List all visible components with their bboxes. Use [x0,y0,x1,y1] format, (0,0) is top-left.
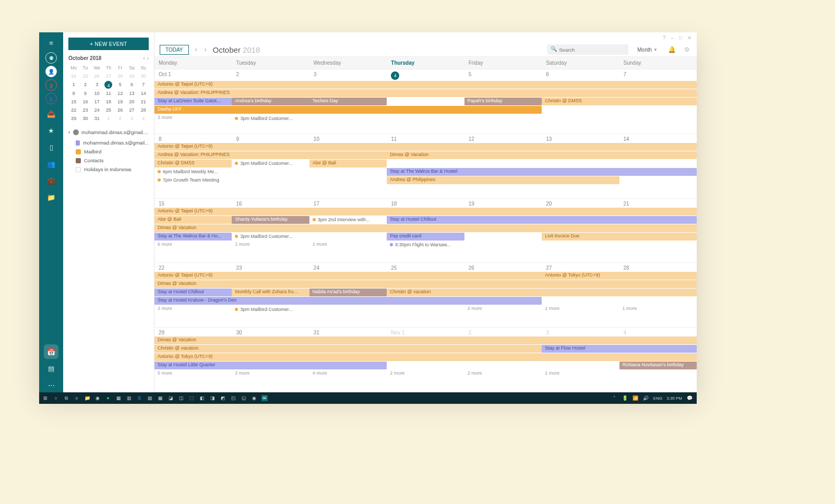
calendar-event[interactable]: Techies Day [309,98,387,105]
spotify-icon[interactable]: ● [105,395,111,401]
inbox-icon[interactable]: 📥 [44,106,58,121]
date-cell[interactable]: 3 [309,69,387,81]
app11-icon[interactable]: ◩ [220,395,226,401]
date-cell[interactable]: 8 [154,134,232,143]
calendar-event[interactable]: Antonio @ Tokyo (UTC+9) [542,272,697,280]
date-cell[interactable]: Oct 1 [154,69,232,81]
more-events-link[interactable]: 1 more [232,241,309,249]
mini-day[interactable]: 4 [138,115,149,122]
date-cell[interactable]: Nov 1 [387,328,464,337]
calendar-event[interactable]: Dimas @ Vacation [154,337,697,344]
date-cell[interactable]: 18 [387,199,464,208]
calendar-event[interactable]: Dimas @ Vacation [387,151,697,159]
mini-day[interactable]: 13 [126,90,137,97]
date-cell[interactable]: 4 [387,69,464,81]
mini-day[interactable]: 28 [115,73,125,80]
calendar-event[interactable]: Andrea @ Vacation: PHILIPPINES [154,151,387,159]
mini-day[interactable]: 31 [92,115,102,122]
date-cell[interactable]: 19 [464,199,542,208]
calendar-event[interactable]: Monthly Call with Zohara fro... [232,289,309,296]
edge-icon[interactable]: e [74,395,80,401]
calendar-event[interactable]: Antonio @ Taipei (UTC+8) [154,208,697,215]
more-icon[interactable]: ⋯ [44,378,58,392]
mini-day[interactable]: 22 [68,106,79,114]
explorer-icon[interactable]: 📁 [84,395,90,401]
gear-icon[interactable]: ⚙ [683,46,691,53]
more-events-link[interactable]: 1 more [542,305,619,313]
start-icon[interactable]: ⊞ [42,395,49,401]
mini-day[interactable]: 18 [103,98,114,105]
app12-icon[interactable]: ◰ [230,395,236,401]
date-cell[interactable]: 27 [542,263,619,272]
mini-day[interactable]: 26 [92,73,102,80]
tray-volume-icon[interactable]: 🔊 [643,395,649,401]
mini-day[interactable]: 10 [92,90,102,97]
date-cell[interactable]: 22 [154,263,232,272]
date-cell[interactable]: 30 [232,328,309,337]
calendar-event[interactable]: Andrea @ Philippines [387,176,619,184]
mini-day[interactable]: 7 [138,81,149,89]
date-cell[interactable]: 15 [154,199,232,208]
date-cell[interactable]: 13 [542,134,619,143]
calendar-event[interactable]: Stay at The Walrus Bar & Hostel [387,168,697,176]
google-purple-icon[interactable]: g [45,93,57,104]
calendar-event[interactable]: Christin @ DMSS [542,98,697,105]
calendar-event[interactable]: 3pm Mailbird Customer... [232,160,309,167]
mini-day[interactable]: 12 [115,90,125,97]
mini-day[interactable]: 21 [138,98,149,105]
date-cell[interactable]: 9 [232,134,309,143]
calendar-event[interactable]: 7pm Growth Team Meeting [154,176,232,184]
cortana-icon[interactable]: ○ [53,395,59,401]
date-cell[interactable]: 26 [464,263,542,272]
hamburger-icon[interactable]: ≡ [44,35,58,50]
more-events-link[interactable]: 1 more [542,370,619,378]
app10-icon[interactable]: ◨ [209,395,216,401]
calendar-event[interactable]: Shanty Yuliana's birthday [232,216,309,224]
calendar-event[interactable]: Pay credit card [387,233,464,241]
close-icon[interactable]: ✕ [687,35,691,41]
mini-next-icon[interactable]: › [147,55,149,61]
calendar-event[interactable]: Antonio @ Taipei (UTC+8) [154,272,542,280]
calendar-event[interactable]: Stay at LaGreen Suite Gatot... [154,98,232,105]
mini-day[interactable]: 19 [115,98,125,105]
calendar-event[interactable]: 6pm Mailbird Weekly Me... [154,168,232,176]
calendar-event[interactable]: Rizkiana Novitasari's birthday [619,362,697,369]
mini-day[interactable]: 29 [68,115,79,122]
view-selector[interactable]: Month ▼ [634,45,661,55]
skype-icon[interactable]: S [136,395,142,401]
date-cell[interactable]: 2 [232,69,309,81]
mail-icon[interactable]: ✉ [261,395,268,401]
mini-day[interactable]: 5 [115,81,125,89]
date-cell[interactable]: 31 [309,328,387,337]
mini-day[interactable]: 16 [80,98,90,105]
calendar-event[interactable]: Dimas @ Vacation [154,280,697,288]
mini-day[interactable]: 25 [80,73,90,80]
calendar-icon[interactable]: 📅 [44,344,58,359]
date-cell[interactable]: 28 [619,263,697,272]
date-cell[interactable]: 24 [309,263,387,272]
search-input[interactable] [547,44,628,55]
calendar-event[interactable]: 3pm Mailbird Customer... [232,233,309,241]
more-events-link[interactable]: 2 more [154,305,232,313]
calendar-event[interactable]: Abe @ Bali [154,216,232,224]
calendar-toggle[interactable]: Holidays in Indonesia [68,165,149,174]
doc-icon[interactable]: ▯ [44,140,58,154]
mini-day[interactable]: 3 [92,81,102,89]
maximize-icon[interactable]: □ [679,35,682,41]
groups-icon[interactable]: ⚉ [45,52,57,64]
mini-day[interactable]: 23 [80,106,90,114]
calendar-event[interactable]: 8:30pm Flight to Warsaw... [387,241,464,249]
date-cell[interactable]: 3 [542,328,619,337]
mini-day[interactable]: 20 [126,98,137,105]
mini-day[interactable]: 8 [68,90,79,97]
app8-icon[interactable]: ⬚ [188,395,195,401]
app5-icon[interactable]: ▩ [157,395,163,401]
calendar-event[interactable]: 3pm 2nd Interview with... [309,216,387,224]
more-events-link[interactable]: 6 more [154,241,232,249]
mini-day[interactable]: 2 [80,81,90,89]
calendar-event[interactable]: Dasha OFF [154,106,542,114]
calendar-toggle[interactable]: Contacts [68,156,149,165]
calendar-event[interactable]: Antonio @ Taipei (UTC+8) [154,81,697,89]
mini-day[interactable]: 4 [104,81,112,89]
mini-day[interactable]: 1 [68,81,79,89]
